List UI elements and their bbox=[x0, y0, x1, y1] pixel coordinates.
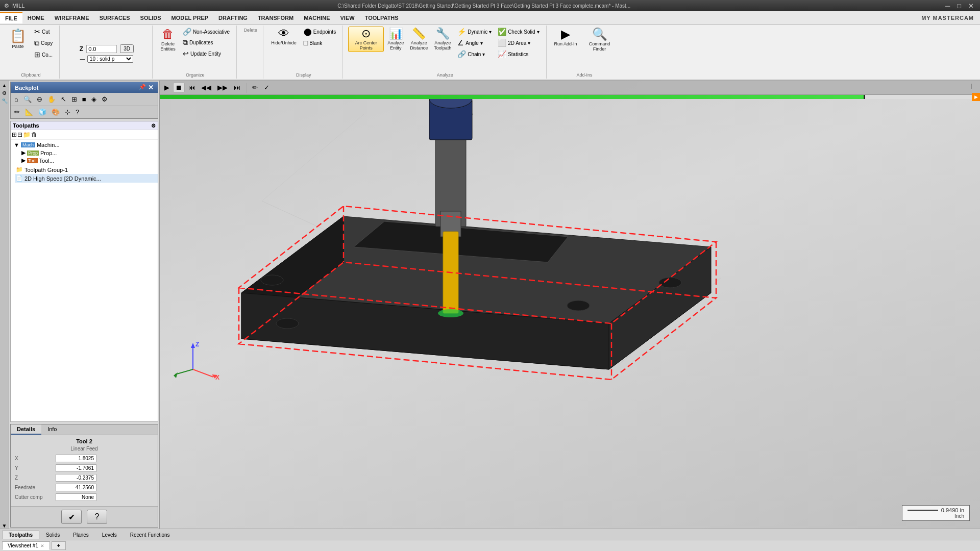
maximize-button[interactable]: □ bbox=[955, 2, 963, 10]
bp-tool-orient[interactable]: ⊹ bbox=[63, 107, 72, 117]
vp-verify[interactable]: ✓ bbox=[261, 83, 272, 92]
vp-prev[interactable]: ⏮ bbox=[186, 83, 198, 92]
bp-question[interactable]: ? bbox=[74, 107, 81, 117]
bp-show-path[interactable]: 📐 bbox=[23, 107, 35, 117]
analyze-distance-button[interactable]: 📏 AnalyzeDistance bbox=[407, 27, 430, 52]
menu-view[interactable]: VIEW bbox=[335, 13, 360, 23]
organize-group: 🗑 DeleteEntities 🔗 Non-Associative ⧉ Dup… bbox=[154, 26, 237, 79]
sidebar-scroll-down[interactable]: ▼ bbox=[2, 523, 7, 529]
y-value[interactable] bbox=[56, 464, 96, 472]
vp-edit[interactable]: ✏ bbox=[250, 83, 260, 92]
vp-play[interactable]: ▶ bbox=[162, 83, 172, 92]
tree-new-group[interactable]: 📁 bbox=[23, 131, 31, 138]
menu-transform[interactable]: TRANSFORM bbox=[253, 13, 299, 23]
menu-machine[interactable]: MACHINE bbox=[299, 13, 335, 23]
sidebar-icon-1[interactable]: ⚙ bbox=[2, 90, 7, 96]
viewsheet-tab-1[interactable]: Viewsheet #1 ✕ bbox=[2, 541, 50, 550]
duplicates-button[interactable]: ⧉ Duplicates bbox=[180, 37, 232, 48]
menu-home[interactable]: HOME bbox=[22, 13, 50, 23]
bp-home[interactable]: ⌂ bbox=[12, 94, 20, 104]
help-button[interactable]: ? bbox=[87, 510, 107, 524]
menu-file[interactable]: FILE bbox=[0, 12, 22, 23]
3d-button[interactable]: 3D bbox=[120, 44, 134, 53]
solid-select[interactable]: 10 : solid p bbox=[87, 55, 133, 63]
bp-color-path[interactable]: 🎨 bbox=[50, 107, 62, 117]
toolpath-group-1[interactable]: 📁 Toolpath Group-1 bbox=[15, 165, 158, 174]
run-addin-button[interactable]: ▶ Run Add-In bbox=[552, 27, 580, 48]
tree-settings[interactable]: ⚙ bbox=[151, 123, 156, 129]
cut-button[interactable]: ✂ Cut bbox=[32, 27, 55, 37]
check-solid-button[interactable]: ✅ Check Solid ▾ bbox=[495, 27, 542, 37]
vp-step-back[interactable]: ◀◀ bbox=[199, 83, 214, 92]
minimize-button[interactable]: ─ bbox=[943, 2, 952, 10]
backplot-close[interactable]: ✕ bbox=[148, 84, 154, 91]
menu-model-prep[interactable]: MODEL PREP bbox=[166, 13, 214, 23]
non-associative-button[interactable]: 🔗 Non-Associative bbox=[180, 27, 232, 37]
command-finder-button[interactable]: 🔍 Command Finder bbox=[582, 27, 618, 53]
hide-unhide-button[interactable]: 👁 Hide/Unhide bbox=[268, 27, 299, 47]
bp-zoom-in[interactable]: 🔍 bbox=[21, 94, 34, 104]
tab-levels[interactable]: Levels bbox=[95, 531, 124, 539]
blank-button[interactable]: □ Blank bbox=[301, 38, 338, 48]
tree-delete[interactable]: 🗑 bbox=[31, 131, 37, 138]
menu-solids[interactable]: SOLIDS bbox=[135, 13, 166, 23]
bp-draw-toolpath[interactable]: ✏ bbox=[12, 107, 22, 117]
backplot-pin[interactable]: 📌 bbox=[139, 84, 146, 91]
copy-button[interactable]: ⧉ Copy bbox=[32, 38, 55, 48]
vp-stop[interactable]: ⏹ bbox=[173, 83, 185, 92]
bp-3d-view[interactable]: 🧊 bbox=[36, 107, 48, 117]
tab-planes[interactable]: Planes bbox=[66, 531, 95, 539]
tab-solids[interactable]: Solids bbox=[39, 531, 66, 539]
bp-shaded[interactable]: ◈ bbox=[89, 94, 99, 104]
statistics-button[interactable]: 📈 Statistics bbox=[495, 49, 542, 59]
chain-button[interactable]: 🔗 Chain ▾ bbox=[455, 49, 494, 59]
z-value-input[interactable] bbox=[86, 45, 117, 53]
paste-button[interactable]: 📋 Paste bbox=[6, 27, 30, 51]
viewsheet-close[interactable]: ✕ bbox=[40, 543, 44, 548]
tree-properties[interactable]: ▶ Prop Prop... bbox=[13, 149, 156, 157]
viewsheet-add[interactable]: + bbox=[52, 541, 66, 550]
endpoints-button[interactable]: ⬤ Endpoints bbox=[301, 27, 338, 37]
undelete-button[interactable]: ↩ Update Entity bbox=[180, 48, 232, 59]
tab-info[interactable]: Info bbox=[41, 424, 63, 435]
vp-end[interactable]: ⏭ bbox=[231, 83, 243, 92]
dynamic-button[interactable]: ⚡ Dynamic ▾ bbox=[455, 27, 494, 37]
close-button[interactable]: ✕ bbox=[966, 2, 976, 10]
tree-machine-item[interactable]: ▼ Mach Machin... bbox=[13, 141, 156, 149]
x-label: X bbox=[15, 456, 56, 461]
tab-recent[interactable]: Recent Functions bbox=[124, 531, 177, 539]
menu-surfaces[interactable]: SURFACES bbox=[94, 13, 135, 23]
ok-button[interactable]: ✔ bbox=[61, 510, 82, 524]
tab-details[interactable]: Details bbox=[11, 424, 41, 435]
bp-zoom-out[interactable]: ⊖ bbox=[35, 94, 44, 104]
delete-entities-button[interactable]: 🗑 DeleteEntities bbox=[158, 27, 178, 53]
tree-collapse-all[interactable]: ⊟ bbox=[17, 131, 22, 138]
bp-wire[interactable]: ⊞ bbox=[69, 94, 79, 104]
copy-entities-button[interactable]: ⊞ Co... bbox=[32, 49, 55, 60]
analyze-toolpath-button[interactable]: 🔧 AnalyzeToolpath bbox=[431, 27, 454, 52]
sidebar-scroll-up[interactable]: ▲ bbox=[2, 83, 7, 88]
arc-center-points-button[interactable]: ⊙ Arc Center Points bbox=[348, 27, 384, 52]
viewport-canvas[interactable]: ▶ ⏹ ⏮ ◀◀ ▶▶ ⏭ ✏ ✓ | ▶ bbox=[160, 81, 980, 529]
sidebar-icon-2[interactable]: 🔧 bbox=[2, 98, 8, 104]
x-value[interactable] bbox=[56, 455, 96, 462]
tree-toolgroup[interactable]: ▶ Tool Tool... bbox=[13, 157, 156, 164]
bp-pan[interactable]: ✋ bbox=[45, 94, 58, 104]
menu-drafting[interactable]: DRAFTING bbox=[213, 13, 253, 23]
analyze-entity-button[interactable]: 📊 AnalyzeEntity bbox=[385, 27, 406, 52]
vp-sep bbox=[246, 83, 247, 93]
feedrate-value[interactable] bbox=[56, 484, 96, 491]
bp-select[interactable]: ↖ bbox=[59, 94, 68, 104]
bp-solid[interactable]: ■ bbox=[80, 94, 88, 104]
vp-step-fwd[interactable]: ▶▶ bbox=[215, 83, 230, 92]
menu-toolpaths[interactable]: TOOLPATHS bbox=[360, 13, 404, 23]
menu-wireframe[interactable]: WIREFRAME bbox=[50, 13, 94, 23]
2d-area-button[interactable]: ⬜ 2D Area ▾ bbox=[495, 38, 542, 48]
cutter-comp-value[interactable] bbox=[56, 493, 96, 501]
tree-expand-all[interactable]: ⊞ bbox=[12, 131, 17, 138]
tab-toolpaths[interactable]: Toolpaths bbox=[2, 531, 39, 539]
toolpath-subitem-1[interactable]: 📄 2D High Speed [2D Dynamic... bbox=[15, 174, 158, 183]
angle-button[interactable]: ∠ Angle ▾ bbox=[455, 38, 494, 48]
bp-settings[interactable]: ⚙ bbox=[100, 94, 110, 104]
z-value[interactable] bbox=[56, 474, 96, 482]
